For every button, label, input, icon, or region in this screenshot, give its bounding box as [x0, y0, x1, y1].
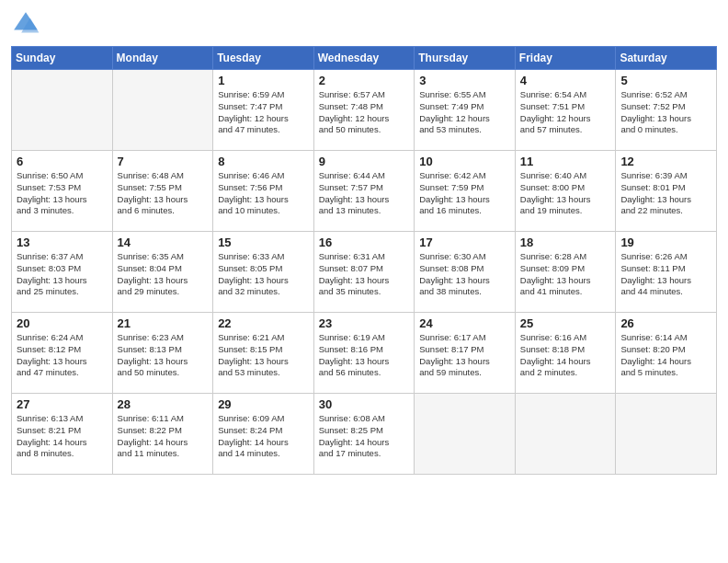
calendar-week-row: 20Sunrise: 6:24 AM Sunset: 8:12 PM Dayli… [12, 313, 717, 394]
day-detail: Sunrise: 6:08 AM Sunset: 8:25 PM Dayligh… [319, 413, 410, 460]
day-number: 20 [17, 316, 108, 330]
calendar-cell: 8Sunrise: 6:46 AM Sunset: 7:56 PM Daylig… [213, 151, 314, 232]
day-detail: Sunrise: 6:13 AM Sunset: 8:21 PM Dayligh… [17, 413, 108, 460]
calendar-cell: 21Sunrise: 6:23 AM Sunset: 8:13 PM Dayli… [112, 313, 213, 394]
day-detail: Sunrise: 6:30 AM Sunset: 8:08 PM Dayligh… [419, 251, 510, 298]
calendar-cell: 25Sunrise: 6:16 AM Sunset: 8:18 PM Dayli… [515, 313, 616, 394]
day-detail: Sunrise: 6:52 AM Sunset: 7:52 PM Dayligh… [620, 89, 711, 136]
day-number: 30 [319, 397, 410, 411]
weekday-header: Thursday [415, 47, 516, 70]
calendar-week-row: 27Sunrise: 6:13 AM Sunset: 8:21 PM Dayli… [12, 394, 717, 475]
calendar-cell: 19Sunrise: 6:26 AM Sunset: 8:11 PM Dayli… [616, 232, 717, 313]
day-number: 25 [520, 316, 611, 330]
day-number: 4 [520, 74, 611, 87]
calendar-cell: 3Sunrise: 6:55 AM Sunset: 7:49 PM Daylig… [415, 70, 516, 151]
day-number: 5 [620, 74, 711, 87]
calendar-cell: 10Sunrise: 6:42 AM Sunset: 7:59 PM Dayli… [415, 151, 516, 232]
weekday-header: Sunday [12, 47, 113, 70]
day-detail: Sunrise: 6:09 AM Sunset: 8:24 PM Dayligh… [218, 413, 309, 460]
day-number: 24 [419, 316, 510, 330]
calendar-cell: 13Sunrise: 6:37 AM Sunset: 8:03 PM Dayli… [12, 232, 113, 313]
day-number: 13 [17, 236, 108, 249]
day-detail: Sunrise: 6:40 AM Sunset: 8:00 PM Dayligh… [520, 170, 611, 217]
calendar-cell: 16Sunrise: 6:31 AM Sunset: 8:07 PM Dayli… [313, 232, 415, 313]
calendar-cell: 24Sunrise: 6:17 AM Sunset: 8:17 PM Dayli… [415, 313, 516, 394]
weekday-header: Friday [515, 47, 616, 70]
weekday-header: Wednesday [313, 47, 415, 70]
day-number: 21 [118, 316, 209, 330]
day-detail: Sunrise: 6:44 AM Sunset: 7:57 PM Dayligh… [319, 170, 410, 217]
day-detail: Sunrise: 6:54 AM Sunset: 7:51 PM Dayligh… [520, 89, 611, 136]
day-number: 15 [218, 236, 309, 249]
day-number: 9 [319, 155, 410, 168]
day-detail: Sunrise: 6:11 AM Sunset: 8:22 PM Dayligh… [118, 413, 209, 460]
calendar-cell: 23Sunrise: 6:19 AM Sunset: 8:16 PM Dayli… [313, 313, 415, 394]
day-detail: Sunrise: 6:21 AM Sunset: 8:15 PM Dayligh… [218, 332, 309, 379]
day-number: 17 [419, 236, 510, 249]
calendar-cell: 9Sunrise: 6:44 AM Sunset: 7:57 PM Daylig… [313, 151, 415, 232]
calendar-cell: 27Sunrise: 6:13 AM Sunset: 8:21 PM Dayli… [12, 394, 113, 475]
day-detail: Sunrise: 6:24 AM Sunset: 8:12 PM Dayligh… [17, 332, 108, 379]
calendar-header-row: SundayMondayTuesdayWednesdayThursdayFrid… [12, 47, 717, 70]
day-number: 28 [118, 397, 209, 411]
day-number: 19 [620, 236, 711, 249]
day-detail: Sunrise: 6:35 AM Sunset: 8:04 PM Dayligh… [118, 251, 209, 298]
weekday-header: Tuesday [213, 47, 314, 70]
day-detail: Sunrise: 6:31 AM Sunset: 8:07 PM Dayligh… [319, 251, 410, 298]
day-number: 27 [17, 397, 108, 411]
page-header [11, 9, 717, 39]
calendar-cell: 14Sunrise: 6:35 AM Sunset: 8:04 PM Dayli… [112, 232, 213, 313]
calendar-week-row: 13Sunrise: 6:37 AM Sunset: 8:03 PM Dayli… [12, 232, 717, 313]
calendar-cell: 6Sunrise: 6:50 AM Sunset: 7:53 PM Daylig… [12, 151, 113, 232]
day-detail: Sunrise: 6:26 AM Sunset: 8:11 PM Dayligh… [620, 251, 711, 298]
logo-icon [11, 9, 40, 39]
day-number: 11 [520, 155, 611, 168]
day-number: 1 [218, 74, 309, 87]
calendar-cell: 20Sunrise: 6:24 AM Sunset: 8:12 PM Dayli… [12, 313, 113, 394]
day-number: 16 [319, 236, 410, 249]
day-number: 7 [118, 155, 209, 168]
calendar-cell: 18Sunrise: 6:28 AM Sunset: 8:09 PM Dayli… [515, 232, 616, 313]
calendar-cell: 11Sunrise: 6:40 AM Sunset: 8:00 PM Dayli… [515, 151, 616, 232]
day-detail: Sunrise: 6:48 AM Sunset: 7:55 PM Dayligh… [118, 170, 209, 217]
day-number: 26 [620, 316, 711, 330]
calendar-cell [515, 394, 616, 475]
calendar-cell: 17Sunrise: 6:30 AM Sunset: 8:08 PM Dayli… [415, 232, 516, 313]
calendar-cell: 7Sunrise: 6:48 AM Sunset: 7:55 PM Daylig… [112, 151, 213, 232]
calendar-cell: 5Sunrise: 6:52 AM Sunset: 7:52 PM Daylig… [616, 70, 717, 151]
calendar-cell: 15Sunrise: 6:33 AM Sunset: 8:05 PM Dayli… [213, 232, 314, 313]
day-number: 18 [520, 236, 611, 249]
day-number: 29 [218, 397, 309, 411]
calendar-cell: 2Sunrise: 6:57 AM Sunset: 7:48 PM Daylig… [313, 70, 415, 151]
calendar-table: SundayMondayTuesdayWednesdayThursdayFrid… [11, 46, 717, 475]
day-number: 2 [319, 74, 410, 87]
day-number: 3 [419, 74, 510, 87]
calendar-cell: 1Sunrise: 6:59 AM Sunset: 7:47 PM Daylig… [213, 70, 314, 151]
calendar-cell: 12Sunrise: 6:39 AM Sunset: 8:01 PM Dayli… [616, 151, 717, 232]
calendar-week-row: 6Sunrise: 6:50 AM Sunset: 7:53 PM Daylig… [12, 151, 717, 232]
day-detail: Sunrise: 6:50 AM Sunset: 7:53 PM Dayligh… [17, 170, 108, 217]
day-detail: Sunrise: 6:42 AM Sunset: 7:59 PM Dayligh… [419, 170, 510, 217]
day-detail: Sunrise: 6:46 AM Sunset: 7:56 PM Dayligh… [218, 170, 309, 217]
calendar-cell: 22Sunrise: 6:21 AM Sunset: 8:15 PM Dayli… [213, 313, 314, 394]
day-detail: Sunrise: 6:59 AM Sunset: 7:47 PM Dayligh… [218, 89, 309, 136]
day-detail: Sunrise: 6:16 AM Sunset: 8:18 PM Dayligh… [520, 332, 611, 379]
calendar-cell: 26Sunrise: 6:14 AM Sunset: 8:20 PM Dayli… [616, 313, 717, 394]
calendar-cell: 30Sunrise: 6:08 AM Sunset: 8:25 PM Dayli… [313, 394, 415, 475]
weekday-header: Saturday [616, 47, 717, 70]
day-detail: Sunrise: 6:37 AM Sunset: 8:03 PM Dayligh… [17, 251, 108, 298]
day-number: 10 [419, 155, 510, 168]
day-number: 8 [218, 155, 309, 168]
calendar-cell [616, 394, 717, 475]
day-detail: Sunrise: 6:28 AM Sunset: 8:09 PM Dayligh… [520, 251, 611, 298]
day-number: 22 [218, 316, 309, 330]
day-number: 23 [319, 316, 410, 330]
calendar-cell: 28Sunrise: 6:11 AM Sunset: 8:22 PM Dayli… [112, 394, 213, 475]
page-container: SundayMondayTuesdayWednesdayThursdayFrid… [0, 0, 728, 563]
day-detail: Sunrise: 6:57 AM Sunset: 7:48 PM Dayligh… [319, 89, 410, 136]
day-detail: Sunrise: 6:23 AM Sunset: 8:13 PM Dayligh… [118, 332, 209, 379]
calendar-cell: 4Sunrise: 6:54 AM Sunset: 7:51 PM Daylig… [515, 70, 616, 151]
day-detail: Sunrise: 6:55 AM Sunset: 7:49 PM Dayligh… [419, 89, 510, 136]
day-detail: Sunrise: 6:17 AM Sunset: 8:17 PM Dayligh… [419, 332, 510, 379]
calendar-cell [112, 70, 213, 151]
